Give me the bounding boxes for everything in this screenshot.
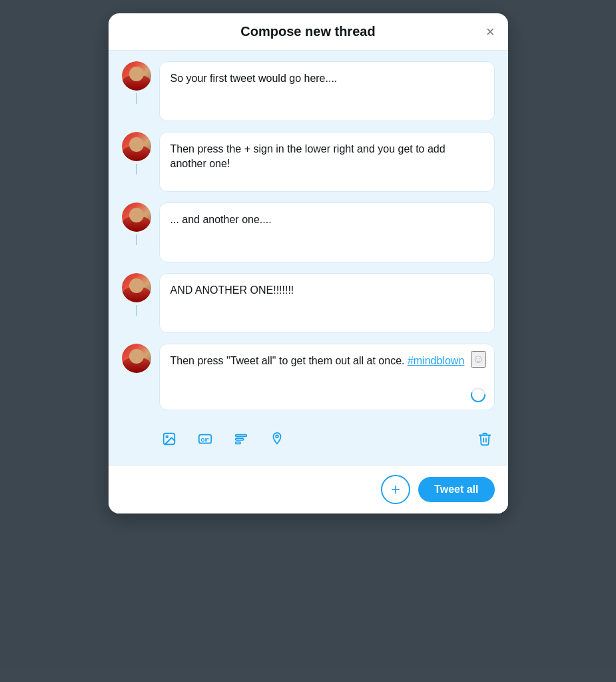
avatar <box>122 202 151 232</box>
avatar <box>122 132 151 161</box>
modal-overlay: Compose new thread × So your first tweet… <box>0 0 616 682</box>
avatar-column <box>122 132 151 174</box>
poll-button[interactable] <box>231 429 251 449</box>
tweet-box[interactable]: Then press the + sign in the lower right… <box>159 132 495 192</box>
thread-line <box>136 93 137 104</box>
compose-modal: Compose new thread × So your first tweet… <box>109 13 508 513</box>
tweet-all-button[interactable]: Tweet all <box>418 477 494 502</box>
tweet-content: Then press "Tweet all" to get them out a… <box>159 344 495 410</box>
close-button[interactable]: × <box>483 22 497 42</box>
tweet-box[interactable]: So your first tweet would go here.... <box>159 61 495 121</box>
add-tweet-button[interactable]: + <box>381 475 410 504</box>
thread-line <box>136 164 137 174</box>
gif-button[interactable]: GIF <box>195 429 215 449</box>
tweet-box-active[interactable]: Then press "Tweet all" to get them out a… <box>159 344 495 410</box>
modal-header: Compose new thread × <box>109 13 508 51</box>
tweet-row: Then press the + sign in the lower right… <box>122 132 495 202</box>
svg-rect-6 <box>235 435 246 437</box>
tweet-content: ... and another one.... <box>159 202 495 262</box>
hashtag-mindblown: #mindblown <box>408 355 464 366</box>
modal-title: Compose new thread <box>240 24 375 39</box>
thread-line <box>136 305 137 316</box>
thread-line <box>136 234 137 245</box>
svg-text:GIF: GIF <box>200 437 209 443</box>
delete-button[interactable] <box>475 429 495 449</box>
emoji-button[interactable]: ☺ <box>471 351 485 368</box>
avatar <box>122 61 151 91</box>
avatar-column <box>122 61 151 104</box>
tweet-content: Then press the + sign in the lower right… <box>159 132 495 192</box>
avatar-image <box>122 344 151 373</box>
svg-rect-8 <box>235 442 240 444</box>
location-button[interactable] <box>267 429 287 449</box>
avatar-image <box>122 273 151 302</box>
toolbar: GIF <box>122 421 495 454</box>
image-button[interactable] <box>159 429 179 449</box>
avatar-column <box>122 273 151 316</box>
tweet-box[interactable]: ... and another one.... <box>159 202 495 262</box>
svg-point-9 <box>276 436 278 438</box>
svg-point-3 <box>166 436 168 438</box>
tweet-box[interactable]: AND ANOTHER ONE!!!!!!! <box>159 273 495 333</box>
thread-container: So your first tweet would go here.... Th… <box>122 61 495 454</box>
tweet-row: ... and another one.... <box>122 202 495 273</box>
tweet-text: Then press "Tweet all" to get them out a… <box>170 355 408 366</box>
tweet-content: AND ANOTHER ONE!!!!!!! <box>159 273 495 333</box>
avatar-image <box>122 202 151 232</box>
avatar-column <box>122 202 151 245</box>
char-count <box>470 387 486 403</box>
tweet-row: AND ANOTHER ONE!!!!!!! <box>122 273 495 344</box>
tweet-row: So your first tweet would go here.... <box>122 61 495 132</box>
avatar <box>122 273 151 302</box>
avatar <box>122 344 151 373</box>
modal-footer: + Tweet all <box>109 465 508 513</box>
tweet-row-last: Then press "Tweet all" to get them out a… <box>122 344 495 421</box>
avatar-column <box>122 344 151 373</box>
tweet-content: So your first tweet would go here.... <box>159 61 495 121</box>
svg-rect-7 <box>235 438 243 440</box>
avatar-image <box>122 61 151 91</box>
modal-body: So your first tweet would go here.... Th… <box>109 51 508 465</box>
avatar-image <box>122 132 151 161</box>
